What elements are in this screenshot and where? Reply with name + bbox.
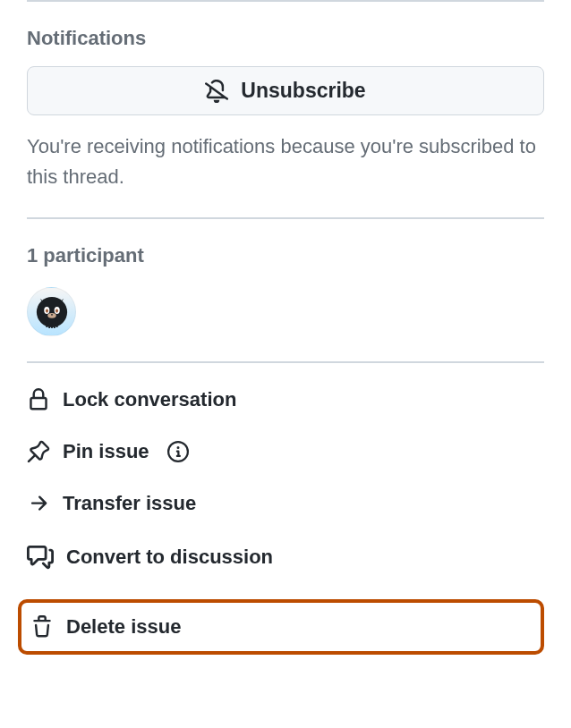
octocat-icon [35,295,69,329]
pin-issue-button[interactable]: Pin issue [27,440,544,463]
participant-avatar[interactable] [27,287,76,336]
action-list: Lock conversation Pin issue Transfer iss… [27,388,544,655]
transfer-label: Transfer issue [63,492,196,515]
convert-label: Convert to discussion [66,546,273,569]
pin-label: Pin issue [63,440,149,463]
arrow-right-icon [27,492,50,515]
transfer-issue-button[interactable]: Transfer issue [27,492,544,515]
svg-point-4 [55,309,57,312]
notifications-section: Notifications Unsubscribe You're receivi… [27,2,544,217]
delete-label: Delete issue [66,615,181,639]
lock-icon [27,388,50,411]
info-icon[interactable] [167,441,189,462]
unsubscribe-button[interactable]: Unsubscribe [27,66,544,115]
convert-discussion-button[interactable]: Convert to discussion [27,544,544,571]
lock-label: Lock conversation [63,388,236,411]
unsubscribe-label: Unsubscribe [241,79,365,103]
notification-reason: You're receiving notifications because y… [27,131,544,192]
notifications-title: Notifications [27,27,544,50]
participants-title: 1 participant [27,244,544,267]
actions-section: Lock conversation Pin issue Transfer iss… [27,363,544,655]
bell-slash-icon [205,80,228,103]
trash-icon [30,615,54,639]
svg-point-6 [51,314,53,316]
participants-section: 1 participant [27,219,544,361]
svg-point-3 [45,309,47,312]
delete-issue-button[interactable]: Delete issue [18,599,544,655]
discussion-icon [27,544,54,571]
pin-icon [27,440,50,463]
lock-conversation-button[interactable]: Lock conversation [27,388,544,411]
